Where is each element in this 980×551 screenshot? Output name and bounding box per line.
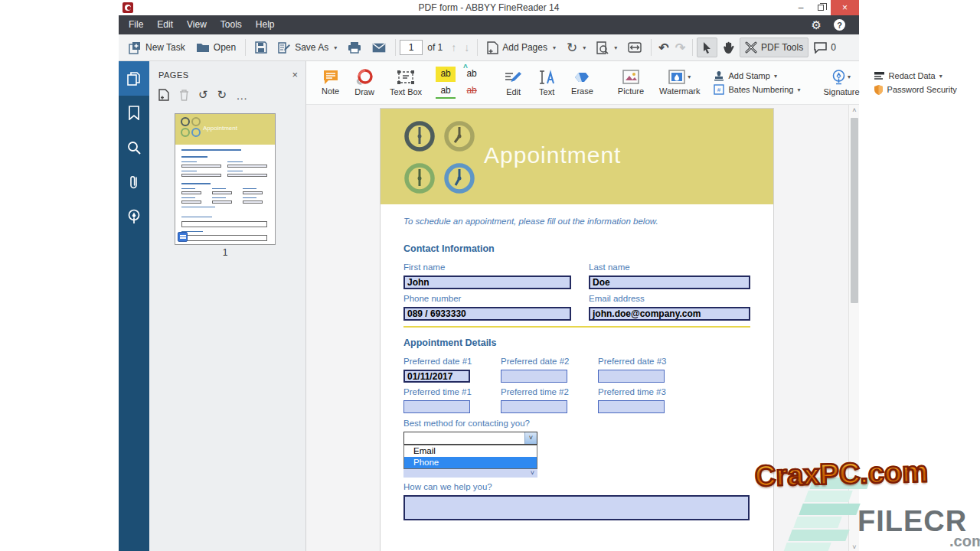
menu-edit[interactable]: Edit bbox=[150, 15, 180, 34]
signature-panel-icon bbox=[127, 209, 141, 223]
scrollbar-thumb[interactable] bbox=[851, 118, 858, 303]
save-icon bbox=[255, 41, 267, 54]
signature-tool[interactable]: ▾ Signature bbox=[816, 63, 867, 103]
first-name-label: First name bbox=[403, 262, 445, 272]
rotate-right-icon[interactable]: ↻ bbox=[217, 88, 227, 102]
menu-file[interactable]: File bbox=[122, 15, 150, 34]
security-group: Redact Data ▾ Password Security bbox=[867, 63, 963, 103]
bookmarks-panel-tab[interactable] bbox=[119, 96, 149, 130]
menu-tools[interactable]: Tools bbox=[214, 15, 249, 34]
previous-page-arrow[interactable]: ↑ bbox=[447, 41, 460, 54]
watermark-dropdown-caret[interactable]: ▾ bbox=[688, 73, 691, 80]
select-tool-button[interactable] bbox=[697, 37, 717, 57]
strikethrough-tool[interactable]: ab bbox=[462, 83, 482, 99]
hand-tool-button[interactable] bbox=[717, 37, 740, 57]
email-button[interactable] bbox=[367, 37, 391, 57]
erase-icon bbox=[573, 70, 590, 84]
pdf-tools-button[interactable]: PDF Tools bbox=[740, 37, 808, 57]
picture-tool[interactable]: Picture bbox=[610, 63, 652, 103]
save-button[interactable] bbox=[250, 37, 273, 57]
text-box-tool[interactable]: Text Box bbox=[382, 63, 430, 103]
digital-signatures-panel-tab[interactable] bbox=[119, 199, 149, 233]
email-address-label: Email address bbox=[589, 294, 645, 303]
picture-label: Picture bbox=[618, 86, 644, 96]
phone-number-field[interactable]: 089 / 6933330 bbox=[403, 307, 571, 321]
preferred-time-1-field[interactable] bbox=[403, 400, 470, 413]
save-as-button[interactable]: Save As ▾ bbox=[273, 37, 342, 57]
open-button[interactable]: Open bbox=[191, 37, 241, 57]
add-pages-button[interactable]: Add Pages ▾ bbox=[482, 37, 561, 57]
comments-button[interactable]: 0 bbox=[808, 37, 841, 57]
add-pages-label: Add Pages bbox=[502, 42, 547, 53]
password-security-button[interactable]: Password Security bbox=[874, 84, 957, 95]
close-button[interactable]: × bbox=[831, 0, 859, 15]
clock-icon-dark bbox=[403, 119, 436, 153]
help-textarea[interactable] bbox=[403, 495, 750, 520]
attachments-panel-tab[interactable] bbox=[119, 165, 149, 199]
page-thumbnail[interactable]: Appointment bbox=[175, 113, 276, 245]
rotate-button[interactable]: ↻ ▾ bbox=[561, 37, 591, 57]
first-name-field[interactable]: John bbox=[403, 276, 571, 289]
underline-tool[interactable]: ab bbox=[436, 83, 456, 99]
section-divider bbox=[403, 326, 750, 328]
redo-button[interactable]: ↷ bbox=[672, 41, 688, 55]
delete-page-icon[interactable] bbox=[179, 89, 189, 101]
second-combobox-partial[interactable]: ˅ bbox=[403, 469, 537, 478]
preferred-date-2-field[interactable] bbox=[501, 370, 567, 383]
next-page-arrow[interactable]: ↓ bbox=[460, 41, 473, 54]
text-tool[interactable]: Text bbox=[530, 63, 564, 103]
page-number-input[interactable]: 1 bbox=[400, 40, 423, 55]
preferred-date-1-field[interactable]: 01/11/2017 bbox=[403, 370, 470, 383]
add-stamp-dropdown-caret[interactable]: ▾ bbox=[774, 73, 777, 80]
page-preview-dropdown-caret[interactable]: ▾ bbox=[614, 44, 617, 51]
pages-panel-tab[interactable] bbox=[119, 61, 149, 96]
rotate-dropdown-caret[interactable]: ▾ bbox=[583, 44, 586, 51]
add-stamp-button[interactable]: Add Stamp ▾ bbox=[714, 70, 800, 81]
page-preview-button[interactable]: ▾ bbox=[591, 37, 622, 57]
redact-data-button[interactable]: Redact Data ▾ bbox=[874, 71, 957, 81]
fit-view-button[interactable] bbox=[622, 37, 647, 57]
menu-help[interactable]: Help bbox=[249, 15, 282, 34]
combobox-dropdown-button[interactable]: ˅ bbox=[524, 432, 537, 444]
second-combobox-caret[interactable]: ˅ bbox=[531, 469, 534, 478]
help-icon[interactable]: ? bbox=[834, 19, 845, 31]
add-page-icon[interactable] bbox=[158, 89, 170, 101]
redact-dropdown-caret[interactable]: ▾ bbox=[939, 73, 942, 80]
preferred-time-2-label: Preferred time #2 bbox=[501, 387, 569, 396]
signature-dropdown-caret[interactable]: ▾ bbox=[848, 73, 851, 80]
preferred-time-3-field[interactable] bbox=[598, 400, 665, 413]
bates-dropdown-caret[interactable]: ▾ bbox=[797, 86, 800, 93]
option-phone[interactable]: Phone bbox=[404, 457, 537, 468]
settings-gear-icon[interactable]: ⚙ bbox=[812, 15, 822, 34]
menu-view[interactable]: View bbox=[180, 15, 214, 34]
last-name-field[interactable]: Doe bbox=[589, 276, 750, 289]
rotate-left-icon[interactable]: ↺ bbox=[198, 88, 208, 102]
pages-panel-close-icon[interactable]: × bbox=[292, 69, 298, 80]
bates-numbering-button[interactable]: # Bates Numbering ▾ bbox=[714, 84, 800, 95]
preferred-time-2-field[interactable] bbox=[501, 400, 567, 413]
erase-tool[interactable]: Erase bbox=[564, 63, 601, 103]
scroll-up-arrow[interactable]: ˄ bbox=[849, 105, 859, 116]
highlight-tool[interactable]: ab bbox=[436, 67, 456, 82]
add-pages-dropdown-caret[interactable]: ▾ bbox=[553, 44, 556, 51]
search-panel-tab[interactable] bbox=[119, 130, 149, 165]
save-as-dropdown-caret[interactable]: ▾ bbox=[334, 44, 337, 51]
minimize-button[interactable]: – bbox=[791, 0, 811, 15]
draw-tool[interactable]: Draw bbox=[347, 63, 382, 103]
contact-method-combobox[interactable]: ˅ bbox=[403, 432, 537, 445]
scroll-down-arrow[interactable]: ˅ bbox=[849, 542, 859, 551]
watermark-tool[interactable]: ▾ Watermark bbox=[652, 63, 707, 103]
thumbnail-clocks bbox=[181, 117, 201, 137]
insert-text-tool[interactable]: ab bbox=[462, 67, 482, 82]
restore-button[interactable] bbox=[811, 0, 831, 15]
undo-button[interactable]: ↶ bbox=[655, 41, 671, 55]
preferred-date-3-field[interactable] bbox=[598, 370, 665, 383]
option-email[interactable]: Email bbox=[404, 445, 537, 457]
print-button[interactable] bbox=[342, 37, 367, 57]
edit-tool[interactable]: Edit bbox=[497, 63, 530, 103]
more-options-icon[interactable]: … bbox=[236, 89, 247, 102]
email-address-field[interactable]: john.doe@company.com bbox=[589, 307, 750, 321]
redact-data-icon bbox=[874, 71, 885, 81]
note-tool[interactable]: Note bbox=[314, 63, 347, 103]
new-task-button[interactable]: New Task bbox=[123, 37, 191, 57]
